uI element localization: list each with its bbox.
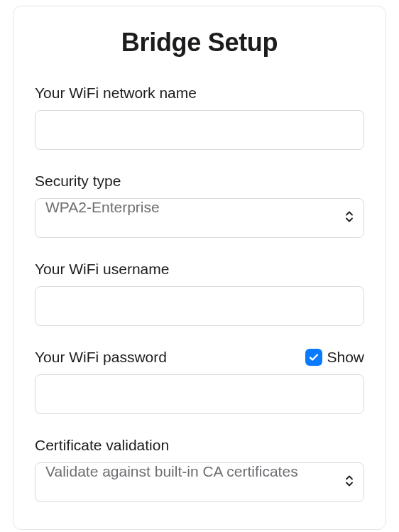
check-icon bbox=[308, 352, 319, 363]
wifi-password-label: Your WiFi password bbox=[35, 349, 167, 366]
page-title: Bridge Setup bbox=[35, 28, 364, 58]
setup-card: Bridge Setup Your WiFi network name Secu… bbox=[13, 6, 386, 530]
show-password-checkbox[interactable] bbox=[305, 349, 322, 366]
wifi-username-field: Your WiFi username bbox=[35, 261, 364, 326]
wifi-username-input[interactable] bbox=[35, 286, 364, 326]
wifi-name-field: Your WiFi network name bbox=[35, 85, 364, 150]
security-type-label: Security type bbox=[35, 173, 121, 190]
wifi-username-label: Your WiFi username bbox=[35, 261, 169, 278]
certificate-validation-select[interactable]: Validate against built-in CA certificate… bbox=[35, 462, 364, 502]
wifi-name-input[interactable] bbox=[35, 110, 364, 150]
security-type-select[interactable]: WPA2-Enterprise bbox=[35, 198, 364, 238]
wifi-name-label: Your WiFi network name bbox=[35, 85, 197, 102]
certificate-validation-field: Certificate validation Validate against … bbox=[35, 437, 364, 502]
show-password-label: Show bbox=[327, 349, 364, 366]
wifi-password-input[interactable] bbox=[35, 374, 364, 414]
show-password-group: Show bbox=[305, 349, 364, 366]
wifi-password-field: Your WiFi password Show bbox=[35, 349, 364, 414]
security-type-field: Security type WPA2-Enterprise bbox=[35, 173, 364, 238]
certificate-validation-label: Certificate validation bbox=[35, 437, 169, 454]
